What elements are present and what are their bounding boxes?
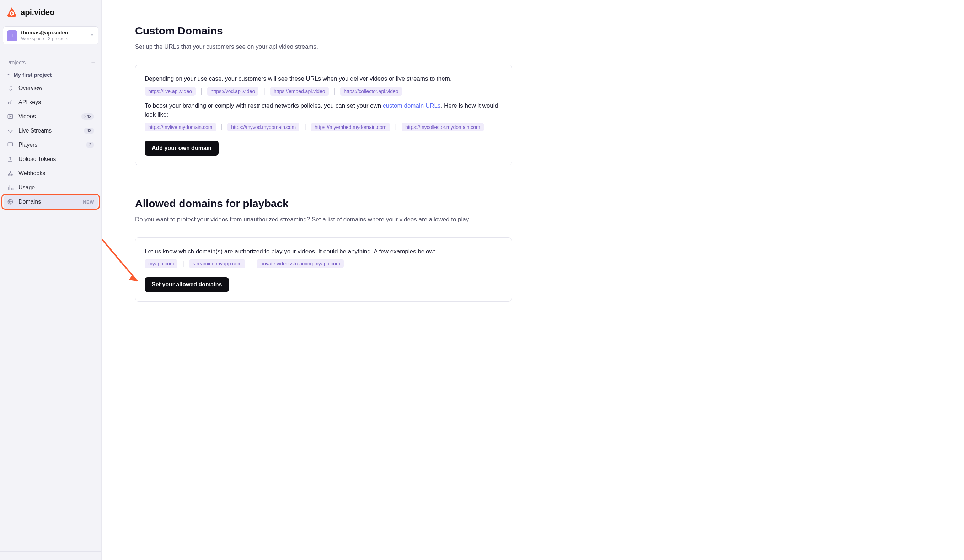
sidebar-item-usage[interactable]: Usage bbox=[3, 181, 98, 194]
main-content: Custom Domains Set up the URLs that your… bbox=[102, 0, 964, 560]
workspace-sub: Workspace - 3 projects bbox=[21, 36, 86, 41]
chip-separator: | bbox=[395, 123, 397, 131]
chart-icon bbox=[7, 184, 13, 191]
chip-separator: | bbox=[221, 123, 223, 131]
new-badge: NEW bbox=[83, 199, 94, 205]
page-subtitle: Set up the URLs that your customers see … bbox=[135, 43, 512, 50]
svg-point-8 bbox=[10, 171, 11, 173]
count-badge: 243 bbox=[81, 113, 94, 120]
url-chip: https://myvod.mydomain.com bbox=[228, 123, 299, 132]
set-allowed-domains-button[interactable]: Set your allowed domains bbox=[145, 277, 229, 292]
section-subtitle: Do you want to protect your videos from … bbox=[135, 216, 512, 223]
chevron-down-icon bbox=[7, 72, 11, 78]
brand-row: api.video bbox=[0, 0, 101, 23]
allowed-domains-card: Let us know which domain(s) are authoriz… bbox=[135, 238, 512, 302]
wifi-icon bbox=[7, 127, 13, 134]
sidebar-item-players[interactable]: Players 2 bbox=[3, 138, 98, 152]
chip-separator: | bbox=[264, 88, 265, 95]
text-fragment: To boost your branding or comply with re… bbox=[145, 103, 383, 109]
sidebar-item-upload-tokens[interactable]: Upload Tokens bbox=[3, 153, 98, 166]
custom-domains-section: Custom Domains Set up the URLs that your… bbox=[135, 25, 512, 165]
sidebar-divider bbox=[0, 552, 101, 560]
chip-separator: | bbox=[250, 260, 252, 267]
workspace-selector[interactable]: T thomas@api.video Workspace - 3 project… bbox=[3, 26, 98, 44]
globe-icon bbox=[7, 199, 13, 205]
card-desc: Depending on your use case, your custome… bbox=[145, 74, 502, 83]
project-item[interactable]: My first project bbox=[0, 68, 101, 80]
custom-domains-card: Depending on your use case, your custome… bbox=[135, 65, 512, 165]
url-chip: https://embed.api.video bbox=[270, 87, 329, 96]
url-chip: https://myembed.mydomain.com bbox=[311, 123, 390, 132]
custom-domain-link[interactable]: custom domain URLs bbox=[383, 103, 441, 109]
count-badge: 2 bbox=[86, 142, 94, 148]
svg-point-1 bbox=[11, 13, 13, 15]
chip-separator: | bbox=[200, 88, 202, 95]
sidebar-item-overview[interactable]: Overview bbox=[3, 81, 98, 95]
card-desc: Let us know which domain(s) are authoriz… bbox=[145, 247, 502, 256]
sidebar-item-label: Webhooks bbox=[18, 170, 94, 177]
url-chip-row: https://live.api.video | https://vod.api… bbox=[145, 87, 502, 96]
section-title: Allowed domains for playback bbox=[135, 197, 512, 210]
svg-point-2 bbox=[8, 102, 10, 104]
sidebar-item-live-streams[interactable]: Live Streams 43 bbox=[3, 124, 98, 137]
sidebar-item-label: Videos bbox=[18, 113, 77, 120]
section-divider bbox=[135, 182, 512, 182]
allowed-domains-section: Allowed domains for playback Do you want… bbox=[135, 197, 512, 302]
chip-separator: | bbox=[334, 88, 335, 95]
url-chip: private.videosstreaming.myapp.com bbox=[257, 259, 344, 268]
project-name: My first project bbox=[13, 72, 52, 78]
chip-separator: | bbox=[304, 123, 306, 131]
url-chip: https://vod.api.video bbox=[207, 87, 259, 96]
workspace-info: thomas@api.video Workspace - 3 projects bbox=[21, 29, 86, 41]
sidebar-item-label: Usage bbox=[18, 184, 94, 191]
sidebar: api.video T thomas@api.video Workspace -… bbox=[0, 0, 102, 560]
brand-name: api.video bbox=[21, 8, 54, 17]
sidebar-item-label: Live Streams bbox=[18, 127, 79, 134]
nav-list: Overview API keys Videos 243 Live Stream… bbox=[0, 80, 101, 208]
url-chip: https://collector.api.video bbox=[340, 87, 402, 96]
sidebar-item-label: API keys bbox=[18, 99, 94, 106]
sidebar-item-videos[interactable]: Videos 243 bbox=[3, 110, 98, 123]
card-desc: To boost your branding or comply with re… bbox=[145, 101, 502, 119]
sidebar-item-label: Upload Tokens bbox=[18, 156, 94, 163]
chevron-down-icon bbox=[90, 33, 94, 38]
sidebar-item-label: Overview bbox=[18, 85, 94, 91]
url-chip: https://live.api.video bbox=[145, 87, 195, 96]
url-chip-row: https://mylive.mydomain.com | https://my… bbox=[145, 123, 502, 132]
count-badge: 43 bbox=[84, 127, 94, 134]
url-chip: myapp.com bbox=[145, 259, 177, 268]
projects-label: Projects bbox=[7, 59, 26, 65]
svg-rect-5 bbox=[8, 143, 13, 146]
avatar: T bbox=[7, 30, 18, 41]
upload-icon bbox=[7, 156, 13, 163]
player-icon bbox=[7, 142, 13, 148]
url-chip: https://mylive.mydomain.com bbox=[145, 123, 216, 132]
url-chip-row: myapp.com | streaming.myapp.com | privat… bbox=[145, 259, 502, 268]
page-title: Custom Domains bbox=[135, 25, 512, 37]
workspace-email: thomas@api.video bbox=[21, 29, 86, 36]
key-icon bbox=[7, 99, 13, 106]
sidebar-item-label: Players bbox=[18, 142, 81, 148]
add-project-button[interactable]: + bbox=[91, 59, 95, 66]
add-domain-button[interactable]: Add your own domain bbox=[145, 141, 218, 156]
svg-marker-4 bbox=[10, 116, 11, 117]
chip-separator: | bbox=[182, 260, 184, 267]
sidebar-item-domains[interactable]: Domains NEW bbox=[3, 195, 98, 208]
sidebar-item-webhooks[interactable]: Webhooks bbox=[3, 167, 98, 180]
sparkle-icon bbox=[7, 85, 13, 91]
sidebar-item-api-keys[interactable]: API keys bbox=[3, 96, 98, 109]
url-chip: streaming.myapp.com bbox=[189, 259, 245, 268]
play-icon bbox=[7, 113, 13, 120]
sidebar-item-label: Domains bbox=[18, 199, 78, 205]
brand-logo-icon bbox=[7, 7, 17, 18]
projects-header: Projects + bbox=[0, 48, 101, 68]
webhook-icon bbox=[7, 170, 13, 177]
url-chip: https://mycollector.mydomain.com bbox=[402, 123, 484, 132]
